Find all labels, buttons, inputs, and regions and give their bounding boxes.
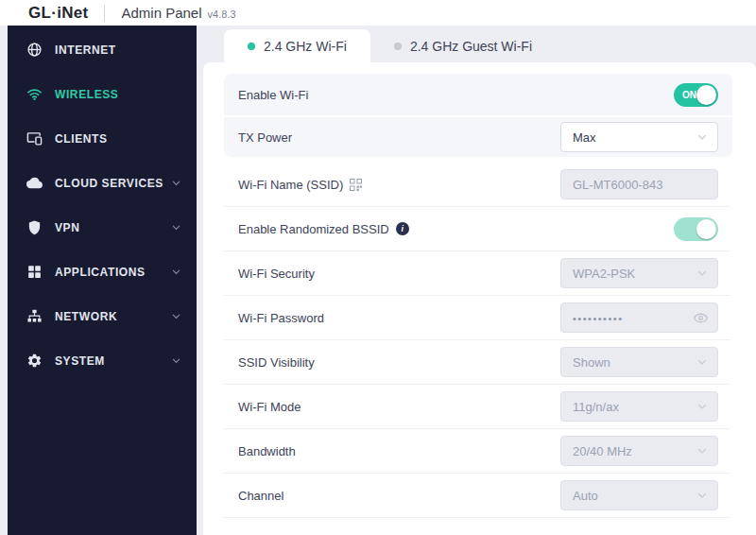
wifi-security-select: WPA2-PSK — [560, 258, 718, 288]
wifi-security-value: WPA2-PSK — [573, 267, 635, 281]
wifi-password-input: •••••••••• — [560, 302, 718, 333]
form-row-randomized-bssid: Enable Randomized BSSID i — [224, 207, 730, 251]
randomized-bssid-toggle — [674, 217, 718, 241]
gear-icon — [26, 353, 43, 369]
shield-icon — [26, 219, 43, 235]
chevron-down-icon — [696, 131, 708, 143]
wifi-primary-settings-block: Enable Wi-Fi ON TX Power Max — [224, 74, 732, 157]
enable-wifi-toggle[interactable]: ON — [674, 83, 718, 107]
sidebar-nav: INTERNET WIRELESS CLIENTS — [8, 26, 197, 535]
toggle-knob — [696, 85, 716, 105]
glinet-logo: GL·iNet — [28, 4, 88, 23]
form-row-wifi-mode: Wi-Fi Mode 11g/n/ax — [224, 385, 730, 429]
wifi-settings-panel: Enable Wi-Fi ON TX Power Max — [203, 62, 756, 535]
ssid-visibility-value: Shown — [573, 355, 610, 370]
header-version: v4.8.3 — [208, 6, 236, 20]
channel-value: Auto — [573, 489, 598, 503]
top-header: GL·iNet Admin Panel v4.8.3 — [0, 0, 756, 26]
wifi-security-label: Wi-Fi Security — [238, 267, 315, 281]
header-divider — [104, 5, 105, 22]
chevron-down-icon — [696, 268, 708, 279]
tab-label: 2.4 GHz Guest Wi-Fi — [410, 39, 532, 54]
chevron-down-icon — [171, 355, 181, 366]
tab-status-dot — [248, 43, 255, 50]
chevron-down-icon — [696, 356, 708, 368]
chevron-down-icon — [696, 490, 708, 501]
form-row-wifi-name: Wi-Fi Name (SSID) — [224, 163, 730, 207]
bandwidth-label: Bandwidth — [238, 444, 296, 458]
tab-24ghz-wifi[interactable]: 2.4 GHz Wi-Fi — [224, 29, 370, 62]
toggle-on-label: ON — [682, 90, 696, 100]
bandwidth-select: 20/40 MHz — [560, 436, 718, 466]
admin-panel-app: GL·iNet Admin Panel v4.8.3 INTERNET WIRE… — [0, 0, 756, 535]
toggle-knob — [696, 219, 716, 239]
globe-icon — [26, 42, 43, 58]
wifi-mode-select: 11g/n/ax — [560, 391, 718, 422]
header-title: Admin Panel — [121, 5, 201, 21]
channel-select: Auto — [560, 480, 718, 510]
enable-wifi-label: Enable Wi-Fi — [238, 88, 308, 102]
wifi-mode-label: Wi-Fi Mode — [238, 400, 301, 414]
form-row-enable-wifi: Enable Wi-Fi ON — [224, 74, 732, 115]
chevron-down-icon — [696, 401, 708, 412]
tab-status-dot — [394, 43, 402, 50]
qr-code-icon[interactable] — [350, 179, 362, 191]
tab-label: 2.4 GHz Wi-Fi — [264, 39, 347, 54]
sidebar-item-clients[interactable]: CLIENTS — [8, 116, 197, 161]
sidebar-item-network[interactable]: NETWORK — [8, 294, 197, 338]
wifi-name-label: Wi-Fi Name (SSID) — [238, 178, 362, 192]
wifi-tabbar: 2.4 GHz Wi-Fi 2.4 GHz Guest Wi-Fi — [203, 26, 756, 62]
form-row-wifi-password: Wi-Fi Password •••••••••• — [224, 296, 730, 340]
tx-power-label: TX Power — [238, 130, 292, 145]
form-row-bandwidth: Bandwidth 20/40 MHz — [224, 429, 730, 474]
chevron-down-icon — [171, 178, 181, 188]
wifi-name-input — [560, 169, 718, 199]
wifi-detail-settings: Wi-Fi Name (SSID) — [224, 163, 730, 518]
sidebar-item-system[interactable]: SYSTEM — [8, 338, 197, 383]
tx-power-select[interactable]: Max — [560, 122, 718, 152]
form-row-channel: Channel Auto — [224, 474, 730, 518]
cloud-icon — [26, 175, 43, 191]
wifi-password-label: Wi-Fi Password — [238, 311, 324, 325]
eye-icon — [693, 310, 709, 326]
wifi-icon — [26, 86, 43, 102]
bssid-label: Enable Randomized BSSID i — [238, 222, 409, 236]
ssid-visibility-label: SSID Visibility — [238, 355, 315, 370]
tab-24ghz-guest-wifi[interactable]: 2.4 GHz Guest Wi-Fi — [370, 29, 556, 62]
main-content: 2.4 GHz Wi-Fi 2.4 GHz Guest Wi-Fi Enable… — [203, 26, 756, 535]
form-row-wifi-security: Wi-Fi Security WPA2-PSK — [224, 251, 730, 296]
tx-power-value: Max — [573, 130, 596, 145]
sidebar-item-wireless[interactable]: WIRELESS — [8, 72, 197, 116]
sidebar-item-internet[interactable]: INTERNET — [8, 27, 197, 72]
sidebar-item-applications[interactable]: APPLICATIONS — [8, 250, 197, 294]
sidebar-item-vpn[interactable]: VPN — [8, 205, 197, 250]
wifi-mode-value: 11g/n/ax — [573, 400, 619, 414]
chevron-down-icon — [171, 222, 181, 233]
chevron-down-icon — [696, 445, 708, 457]
password-masked-value: •••••••••• — [573, 311, 624, 324]
form-row-ssid-visibility: SSID Visibility Shown — [224, 340, 730, 385]
devices-icon — [26, 130, 43, 147]
sidebar-item-cloud-services[interactable]: CLOUD SERVICES — [8, 161, 197, 205]
sitemap-icon — [26, 308, 43, 324]
bandwidth-value: 20/40 MHz — [573, 444, 632, 458]
ssid-visibility-select: Shown — [560, 347, 718, 377]
channel-label: Channel — [238, 489, 284, 503]
apps-grid-icon — [26, 264, 43, 280]
chevron-down-icon — [171, 311, 181, 321]
info-icon[interactable]: i — [396, 222, 409, 235]
form-row-tx-power: TX Power Max — [224, 115, 732, 157]
chevron-down-icon — [171, 267, 181, 277]
